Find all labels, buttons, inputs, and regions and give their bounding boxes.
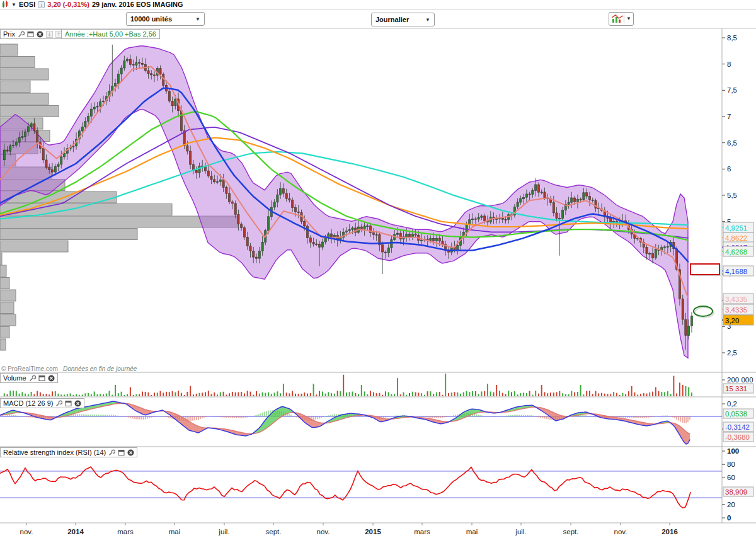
close-icon[interactable] xyxy=(37,31,43,38)
volume-pane-header: Volume xyxy=(0,373,58,383)
watermark: © ProRealTime.comDonnées en fin de journ… xyxy=(1,365,137,372)
window-icon[interactable] xyxy=(38,375,45,382)
svg-text:4,6268: 4,6268 xyxy=(725,248,747,256)
window-icon[interactable] xyxy=(118,449,125,456)
info-icon[interactable]: i xyxy=(38,1,45,8)
svg-text:4,8622: 4,8622 xyxy=(725,234,747,242)
svg-text:0: 0 xyxy=(727,514,731,522)
svg-text:2015: 2015 xyxy=(365,528,381,535)
svg-text:2016: 2016 xyxy=(662,528,678,535)
close-icon[interactable] xyxy=(48,375,55,382)
svg-text:-0,3142: -0,3142 xyxy=(725,423,750,431)
svg-text:nov.: nov. xyxy=(614,528,627,535)
chevron-down-icon: ▼ xyxy=(195,16,200,22)
move-pane-down-icon[interactable] xyxy=(46,31,53,38)
volume-pane-title: Volume xyxy=(3,374,26,382)
svg-text:80: 80 xyxy=(727,461,735,468)
price-pane-header: Prix xyxy=(0,29,66,39)
close-icon[interactable] xyxy=(127,449,134,456)
svg-text:0,2: 0,2 xyxy=(727,400,737,408)
svg-text:2,5: 2,5 xyxy=(727,349,737,357)
svg-text:60: 60 xyxy=(727,474,735,481)
svg-text:38,909: 38,909 xyxy=(725,488,747,496)
period-select-value: Journalier xyxy=(375,16,409,23)
candlestick-logo-icon xyxy=(1,1,9,8)
svg-text:sept.: sept. xyxy=(266,528,282,535)
svg-text:nov.: nov. xyxy=(20,528,33,535)
close-icon[interactable] xyxy=(74,400,81,407)
symbol-dropdown-arrow[interactable]: ▼ xyxy=(11,2,16,8)
svg-text:15 331: 15 331 xyxy=(725,385,747,392)
svg-text:mars: mars xyxy=(117,528,134,535)
svg-text:sept.: sept. xyxy=(563,528,579,535)
svg-text:5,5: 5,5 xyxy=(727,192,737,199)
svg-text:nov.: nov. xyxy=(317,528,330,535)
svg-text:© ProRealTime.com: © ProRealTime.com xyxy=(1,365,58,372)
period-select[interactable]: Journalier ▼ xyxy=(371,13,435,26)
date-and-name: 29 janv. 2016 EOS IMAGING xyxy=(92,1,183,8)
chart-style-button[interactable]: ▼ xyxy=(609,12,634,26)
svg-text:0,0538: 0,0538 xyxy=(725,410,747,418)
price-pane-title: Prix xyxy=(3,30,15,38)
chevron-down-icon: ▼ xyxy=(624,14,631,23)
price-label-boxes: 4,92514,86224,68174,62684,16883,43353,43… xyxy=(722,222,753,325)
symbol-label[interactable]: EOSI xyxy=(19,1,35,8)
window-icon[interactable] xyxy=(27,31,34,38)
svg-text:mai: mai xyxy=(169,528,181,535)
svg-text:8: 8 xyxy=(727,60,731,68)
svg-text:100: 100 xyxy=(727,447,739,455)
svg-text:200 000: 200 000 xyxy=(727,376,753,384)
year-high-low-info: Année :+Haut 5,00 +Bas 2,56 xyxy=(61,29,160,39)
units-select-value: 10000 unités xyxy=(130,15,172,23)
chart-style-icon xyxy=(611,14,624,24)
svg-text:juil.: juil. xyxy=(218,528,229,535)
price-change: 3,20 (-0,31%) xyxy=(47,1,89,8)
svg-text:7,5: 7,5 xyxy=(727,86,737,94)
svg-text:-0,3680: -0,3680 xyxy=(725,433,750,441)
svg-text:2014: 2014 xyxy=(67,528,84,535)
toolbar: 10000 unités ▼ Journalier ▼ ▼ xyxy=(0,9,756,28)
svg-text:4,9251: 4,9251 xyxy=(725,224,747,232)
macd-pane-title: MACD (12 26 9) xyxy=(3,399,53,407)
wrench-icon[interactable] xyxy=(108,449,115,456)
red-rectangle-annotation[interactable] xyxy=(690,264,719,275)
svg-text:3,4335: 3,4335 xyxy=(725,306,747,314)
rsi-pane-title: Relative strength index (RSI) (14) xyxy=(3,449,106,456)
svg-text:4,1688: 4,1688 xyxy=(725,268,747,275)
svg-text:6,5: 6,5 xyxy=(727,139,737,147)
svg-text:7: 7 xyxy=(727,113,731,120)
volume-axis: 200 00015 331 xyxy=(722,376,753,393)
units-select[interactable]: 10000 unités ▼ xyxy=(126,12,205,26)
macd-pane-header: MACD (12 26 9) xyxy=(0,398,84,408)
chevron-down-icon: ▼ xyxy=(425,17,430,23)
wrench-icon[interactable] xyxy=(18,31,25,38)
wrench-icon[interactable] xyxy=(55,400,62,407)
window-icon[interactable] xyxy=(65,400,72,407)
svg-text:20: 20 xyxy=(727,501,735,508)
svg-text:juil.: juil. xyxy=(515,528,526,535)
svg-text:mars: mars xyxy=(414,528,430,535)
wrench-icon[interactable] xyxy=(29,375,36,382)
svg-text:3,4335: 3,4335 xyxy=(725,295,747,303)
svg-text:6: 6 xyxy=(727,165,731,173)
svg-text:3,20: 3,20 xyxy=(725,317,739,324)
title-bar: ▼ EOSI i 3,20 (-0,31%) 29 janv. 2016 EOS… xyxy=(0,0,756,9)
svg-text:mai: mai xyxy=(466,528,478,535)
rsi-pane-header: Relative strength index (RSI) (14) xyxy=(0,447,137,457)
svg-text:Données en fin de journée: Données en fin de journée xyxy=(63,365,137,372)
year-high-low-text: Année :+Haut 5,00 +Bas 2,56 xyxy=(65,30,156,38)
svg-text:8,5: 8,5 xyxy=(727,34,737,42)
